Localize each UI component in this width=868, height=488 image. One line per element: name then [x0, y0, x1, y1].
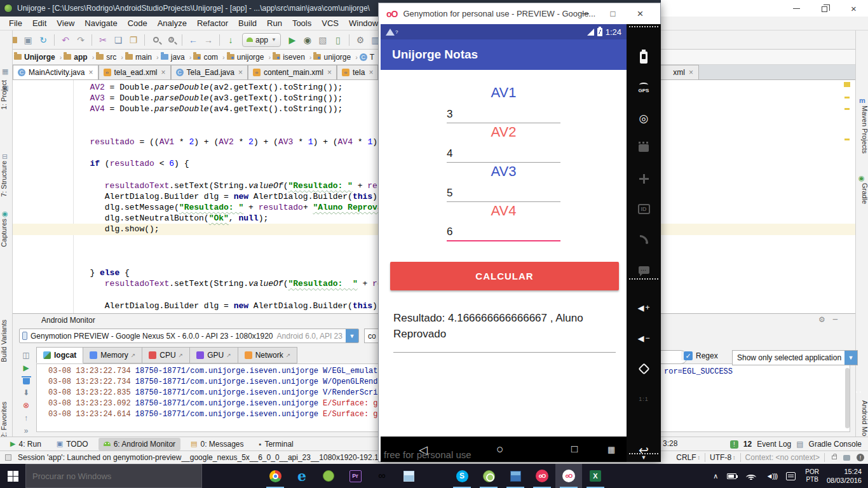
sync-icon[interactable]: ↻: [36, 33, 51, 47]
monitor-settings-icon[interactable]: ⚙: [818, 315, 825, 324]
sort-icon[interactable]: ↓: [223, 33, 238, 47]
debug-icon[interactable]: ◉: [300, 33, 315, 47]
breadcrumb-item-main[interactable]: main: [125, 53, 152, 62]
studio-minimize-button[interactable]: [782, 0, 811, 17]
toolwindow-button-6-android-monitor[interactable]: 6: Android Monitor: [98, 438, 180, 451]
breadcrumb-item-com[interactable]: com: [193, 53, 218, 62]
screen-record-icon[interactable]: ▶: [23, 363, 29, 372]
tray-battery-icon[interactable]: [722, 464, 741, 488]
menu-item-refactor[interactable]: Refactor: [192, 17, 233, 29]
taskbar-virtualbox-icon[interactable]: [502, 464, 529, 488]
taskbar-search-input[interactable]: [26, 471, 201, 481]
tab-close-icon[interactable]: ×: [327, 68, 332, 77]
tab-close-icon[interactable]: ×: [88, 68, 93, 77]
menu-item-file[interactable]: File: [4, 17, 27, 29]
clear-logcat-icon[interactable]: [23, 378, 30, 384]
tray-notification-icon[interactable]: [782, 464, 800, 488]
volume-down-icon[interactable]: ◀−: [627, 327, 661, 349]
forward-icon[interactable]: →: [201, 33, 216, 47]
toolwindow-button-todo[interactable]: ▣TODO: [51, 438, 93, 451]
genymotion-close-button[interactable]: ×: [627, 3, 654, 24]
monitor-minimize-icon[interactable]: ─: [833, 315, 837, 324]
hide-panels-icon[interactable]: ▦: [2, 67, 8, 76]
camera-icon[interactable]: ◎: [627, 107, 661, 129]
monitor-tab-memory[interactable]: Memory↗: [83, 347, 142, 363]
rotate-icon[interactable]: [627, 358, 661, 379]
monitor-tab-network[interactable]: Network↗: [238, 347, 298, 363]
sidebar-toolbutton-1-project[interactable]: 1: Project: [0, 80, 13, 109]
taskbar-visual-studio-icon[interactable]: ∞: [369, 464, 395, 488]
breadcrumb-item-app[interactable]: app: [64, 53, 87, 62]
tab-close-icon[interactable]: ×: [689, 68, 693, 77]
breadcrumb-item-unijorge[interactable]: unijorge: [313, 53, 351, 62]
screencast-icon[interactable]: [627, 137, 661, 159]
stop-icon[interactable]: ⊗: [23, 401, 29, 410]
tab-tela[interactable]: ‹›tela×: [337, 65, 378, 79]
encoding-selector[interactable]: UTF-8: [710, 453, 731, 462]
tab-close-icon[interactable]: ×: [369, 68, 373, 77]
tab-tela_ead-xml[interactable]: ‹›tela_ead.xml×: [98, 65, 171, 79]
sidebar-toolbutton-maven-projects[interactable]: Maven Projects: [857, 105, 868, 154]
monitor-tab-cpu[interactable]: CPU↗: [142, 347, 190, 363]
pixel-perfect-icon[interactable]: 1:1: [627, 388, 661, 410]
genymotion-maximize-button[interactable]: □: [599, 3, 627, 24]
save-icon[interactable]: ▣: [20, 33, 36, 47]
logcat-scrollbar[interactable]: [845, 368, 850, 428]
taskbar-clock[interactable]: 15:24 08/03/2016: [824, 467, 868, 485]
taskbar-excel-icon[interactable]: X: [582, 464, 609, 488]
studio-close-button[interactable]: ×: [839, 0, 868, 17]
taskbar-postgresql-icon[interactable]: [422, 464, 449, 488]
taskbar-edge-icon[interactable]: e: [288, 464, 315, 488]
nav-home-button[interactable]: ○: [496, 442, 503, 456]
scroll-marker[interactable]: [844, 82, 850, 87]
taskbar-skype-icon[interactable]: S: [449, 464, 475, 488]
monitor-tab-gpu[interactable]: GPU↗: [190, 347, 238, 363]
sidebar-toolbutton-2-favorites[interactable]: 2: Favorites: [0, 402, 13, 438]
taskbar-premiere-icon[interactable]: Pr: [342, 464, 369, 488]
log-filter-dropdown[interactable]: Show only selected application ▼: [732, 350, 858, 365]
run-config-widget[interactable]: app▼: [242, 33, 281, 47]
toolwindow-button-0-messages[interactable]: ▤0: Messages: [186, 438, 248, 451]
taskbar-cube-icon[interactable]: [395, 464, 422, 488]
settings-icon[interactable]: ⚙: [353, 33, 368, 47]
replace-icon[interactable]: [163, 33, 179, 47]
event-log-button[interactable]: Event Log: [757, 440, 791, 449]
paste-icon[interactable]: ❐: [126, 33, 141, 47]
breadcrumb-item-src[interactable]: src: [96, 53, 116, 62]
studio-restore-button[interactable]: [811, 0, 839, 17]
sidebar-toolbutton-build-variants[interactable]: Build Variants: [0, 320, 13, 362]
cut-icon[interactable]: ✂: [95, 33, 111, 47]
taskbar-search[interactable]: [25, 464, 202, 488]
calcular-button[interactable]: CALCULAR: [390, 262, 619, 290]
readonly-lock-icon[interactable]: [832, 456, 837, 459]
tray-volume-icon[interactable]: ◄))): [761, 464, 782, 488]
field-input-av2[interactable]: 4: [447, 146, 560, 163]
sidebar-toolbutton-captures[interactable]: Captures: [0, 219, 13, 247]
start-button[interactable]: [0, 464, 25, 488]
highlighting-level-icon[interactable]: !: [857, 454, 864, 461]
menu-item-edit[interactable]: Edit: [27, 17, 51, 29]
taskbar-android-studio-icon[interactable]: [475, 464, 502, 488]
line-ending-selector[interactable]: CRLF: [676, 453, 696, 462]
toolwindow-button-4-run[interactable]: ▶4: Run: [5, 438, 46, 451]
sidebar-toolbutton-7-structure[interactable]: 7: Structure: [0, 161, 13, 197]
copy-icon[interactable]: ❏: [111, 33, 126, 47]
scroll-marker[interactable]: [844, 108, 850, 110]
tray-chevron-icon[interactable]: ∧: [709, 464, 722, 488]
gradle-console-button[interactable]: Gradle Console: [809, 440, 862, 449]
menu-item-analyze[interactable]: Analyze: [153, 17, 192, 29]
field-input-av3[interactable]: 5: [447, 186, 560, 202]
device-selector[interactable]: Genymotion PREVIEW - Google Nexus 5X - 6…: [19, 329, 359, 343]
screenshot-icon[interactable]: ◫: [22, 351, 29, 360]
nav-keyboard-icon[interactable]: ▦: [607, 445, 615, 454]
menu-item-navigate[interactable]: Navigate: [79, 17, 122, 29]
toolwindow-button-terminal[interactable]: ▪Terminal: [254, 438, 299, 451]
tab-close-icon[interactable]: ×: [238, 68, 243, 77]
monitor-tab-logcat[interactable]: logcat: [36, 347, 83, 363]
identifiers-icon[interactable]: ID: [627, 198, 661, 220]
breadcrumb-item-t[interactable]: CT: [360, 53, 374, 62]
taskbar-genymotion-active-icon[interactable]: oO: [555, 464, 582, 488]
nav-recents-button[interactable]: □: [571, 443, 578, 456]
volume-up-icon[interactable]: ◀+: [627, 297, 661, 318]
log-filter-arrow-icon[interactable]: ▼: [844, 351, 857, 365]
